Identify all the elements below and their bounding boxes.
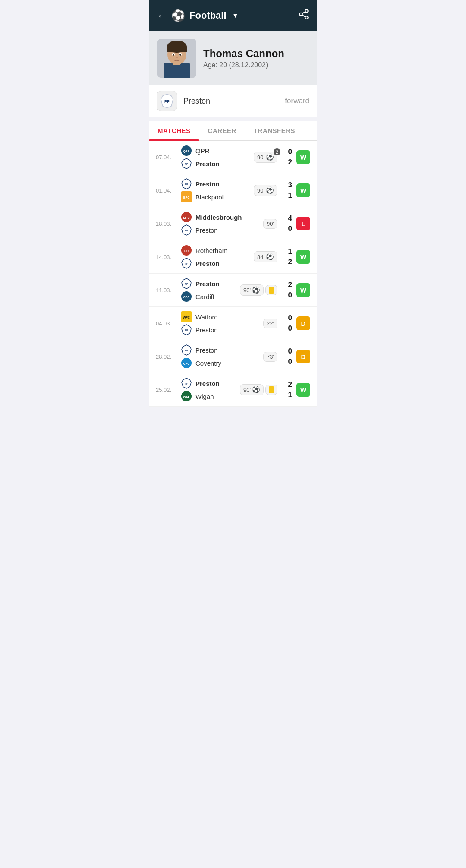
- match-date: 28.02.: [156, 354, 176, 360]
- home-team: PP Preston: [181, 378, 236, 389]
- result-badge: W: [296, 283, 310, 297]
- svg-text:PP: PP: [185, 349, 188, 352]
- tab-career[interactable]: CAREER: [199, 121, 245, 140]
- match-row[interactable]: 11.03. PP Preston CFC Cardiff 90' ⚽ 2 0 …: [149, 274, 317, 307]
- match-row[interactable]: 28.02. PP Preston CFC Coventry 73' 0 0 D: [149, 340, 317, 373]
- away-team-badge: PP: [181, 258, 192, 269]
- home-score: 3: [288, 181, 292, 189]
- svg-text:RU: RU: [184, 249, 189, 253]
- match-row[interactable]: 14.03. RU Rotherham PP Preston 84' ⚽ 1 2…: [149, 240, 317, 274]
- svg-text:MFC: MFC: [183, 216, 189, 219]
- result-badge: D: [296, 350, 310, 363]
- away-score: 0: [288, 291, 292, 300]
- away-team-badge: PP: [181, 324, 192, 335]
- home-team-name: Preston: [195, 347, 218, 354]
- ball-icon: ⚽: [252, 386, 260, 394]
- away-team-name: Blackpool: [195, 193, 224, 201]
- home-team-name: Watford: [195, 313, 218, 321]
- away-team-badge: PP: [181, 224, 192, 236]
- stats-group: 73': [263, 352, 277, 362]
- match-score: 2 1: [282, 380, 292, 400]
- header-left: ← ⚽ Football ▼: [157, 9, 238, 22]
- result-badge: W: [296, 383, 310, 397]
- minute-text: 90': [257, 154, 264, 161]
- stats-group: 90' ⚽: [240, 384, 277, 395]
- svg-text:PP: PP: [185, 163, 188, 165]
- svg-text:WAF: WAF: [183, 395, 190, 398]
- svg-text:PP: PP: [185, 283, 188, 285]
- away-team-badge: BFC: [181, 191, 192, 202]
- match-date: 07.04.: [156, 154, 176, 161]
- away-score: 1: [288, 191, 292, 200]
- svg-point-15: [176, 57, 178, 58]
- home-team: PP Preston: [181, 178, 249, 189]
- away-team-name: Preston: [195, 260, 220, 267]
- svg-text:PP: PP: [185, 262, 188, 265]
- match-date: 25.02.: [156, 387, 176, 393]
- stats-group: 90' ⚽: [254, 185, 277, 196]
- tab-matches[interactable]: MATCHES: [149, 121, 199, 140]
- home-team: RU Rotherham: [181, 245, 249, 256]
- svg-text:BFC: BFC: [183, 196, 189, 199]
- minute-text: 90': [257, 187, 264, 194]
- result-badge: W: [296, 183, 310, 197]
- match-teams: RU Rotherham PP Preston: [181, 245, 249, 269]
- away-team: PP Preston: [181, 158, 249, 169]
- goal-count-badge: 2: [274, 148, 280, 155]
- minute-text: 22': [267, 320, 274, 327]
- stats-group: 90': [263, 219, 277, 229]
- dropdown-arrow-icon[interactable]: ▼: [233, 12, 239, 19]
- svg-line-3: [302, 15, 305, 17]
- result-badge: D: [296, 316, 310, 330]
- home-score: 2: [288, 380, 292, 389]
- away-team-name: Preston: [195, 326, 218, 334]
- match-date: 14.03.: [156, 254, 176, 260]
- match-score: 0 0: [282, 347, 292, 366]
- match-row[interactable]: 07.04. QPR QPR PP Preston 90' ⚽ 2 0 2 W: [149, 141, 317, 174]
- match-score: 3 1: [282, 181, 292, 200]
- result-badge: W: [296, 150, 310, 164]
- match-row[interactable]: 18.03. MFC Middlesbrough PP Preston 90' …: [149, 207, 317, 240]
- away-team: PP Preston: [181, 224, 259, 236]
- home-team: PP Preston: [181, 344, 259, 356]
- home-team-name: Preston: [195, 380, 220, 387]
- svg-rect-10: [167, 47, 187, 52]
- stats-group: 22': [263, 319, 277, 328]
- away-team: PP Preston: [181, 258, 249, 269]
- svg-text:PP: PP: [185, 229, 188, 232]
- away-team: WAF Wigan: [181, 391, 236, 402]
- player-age: Age: 20 (28.12.2002): [203, 61, 284, 69]
- home-team-badge: PP: [181, 278, 192, 289]
- match-date: 11.03.: [156, 287, 176, 294]
- stat-pill: 90' ⚽: [240, 384, 264, 395]
- ball-icon: ⚽: [266, 153, 274, 161]
- home-team-name: Rotherham: [195, 247, 227, 254]
- match-date: 18.03.: [156, 221, 176, 227]
- away-team: CFC Cardiff: [181, 291, 236, 302]
- player-avatar: [157, 39, 196, 78]
- share-button[interactable]: [298, 9, 309, 22]
- stats-group: 90' ⚽: [240, 284, 277, 296]
- ball-icon: ⚽: [266, 186, 274, 194]
- club-position: forward: [285, 97, 309, 105]
- match-score: 0 2: [282, 148, 292, 167]
- result-badge: W: [296, 250, 310, 264]
- home-score: 0: [288, 347, 292, 356]
- home-team: QPR QPR: [181, 145, 249, 156]
- header: ← ⚽ Football ▼: [149, 0, 317, 31]
- match-date: 04.03.: [156, 320, 176, 327]
- away-team: BFC Blackpool: [181, 191, 249, 202]
- home-score: 2: [288, 281, 292, 289]
- back-button[interactable]: ←: [157, 9, 167, 22]
- match-row[interactable]: 25.02. PP Preston WAF Wigan 90' ⚽ 2 1 W: [149, 373, 317, 407]
- minute-text: 84': [257, 254, 264, 260]
- match-row[interactable]: 04.03. WFC Watford PP Preston 22' 0 0 D: [149, 307, 317, 340]
- away-team-badge: CFC: [181, 291, 192, 302]
- match-row[interactable]: 01.04. PP Preston BFC Blackpool 90' ⚽ 3 …: [149, 174, 317, 207]
- player-info: Thomas Cannon Age: 20 (28.12.2002): [203, 47, 284, 69]
- tab-transfers[interactable]: TRANSFERS: [245, 121, 304, 140]
- match-date: 01.04.: [156, 187, 176, 194]
- club-row: PP Preston forward: [149, 85, 317, 117]
- svg-point-13: [173, 54, 174, 56]
- away-team-badge: WAF: [181, 391, 192, 402]
